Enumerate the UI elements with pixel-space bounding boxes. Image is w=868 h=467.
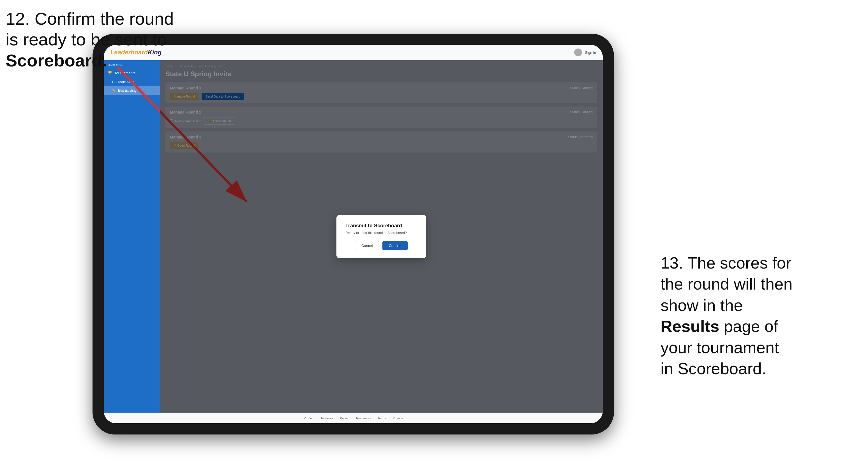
signin-link[interactable]: Sign in <box>585 51 596 55</box>
footer: Product Features Pricing Resources Terms… <box>104 413 603 423</box>
step13-annotation: 13. The scores for the round will then s… <box>660 252 857 379</box>
avatar <box>574 49 582 56</box>
main-content: Home › Tournaments › State U Spring Invi… <box>160 60 603 413</box>
footer-link-pricing[interactable]: Pricing <box>340 416 350 420</box>
transmit-modal: Transmit to Scoreboard Ready to send thi… <box>336 215 426 258</box>
sidebar-item-edit-existing[interactable]: ✏️ Edit Existing <box>104 86 160 95</box>
tablet-screen: LeaderboardKing Sign in MAIN MENU 🏆 Tour… <box>104 45 603 423</box>
sidebar-item-create-new[interactable]: + Create New <box>104 78 160 86</box>
sidebar-create-new-label: Create New <box>116 80 133 84</box>
modal-actions: Cancel Confirm <box>345 241 417 250</box>
footer-link-features[interactable]: Features <box>321 416 333 420</box>
tablet-device: LeaderboardKing Sign in MAIN MENU 🏆 Tour… <box>93 34 614 434</box>
sidebar-tournaments-label: Tournaments <box>114 71 135 75</box>
modal-subtitle: Ready to send this round to Scoreboard? <box>345 231 417 235</box>
topbar: LeaderboardKing Sign in <box>104 45 603 60</box>
content-area: MAIN MENU 🏆 Tournaments + Create New ✏️ … <box>104 60 603 413</box>
trophy-icon: 🏆 <box>108 71 112 75</box>
confirm-button[interactable]: Confirm <box>382 241 408 250</box>
footer-link-privacy[interactable]: Privacy <box>393 416 403 420</box>
edit-icon: ✏️ <box>112 89 116 93</box>
sidebar-edit-existing-label: Edit Existing <box>118 89 136 93</box>
plus-icon: + <box>112 80 114 84</box>
sidebar: MAIN MENU 🏆 Tournaments + Create New ✏️ … <box>104 60 160 413</box>
footer-link-resources[interactable]: Resources <box>356 416 371 420</box>
step12-annotation: 12. Confirm the round is ready to be sen… <box>6 8 174 71</box>
modal-title: Transmit to Scoreboard <box>345 223 417 229</box>
footer-link-product[interactable]: Product <box>304 416 314 420</box>
topbar-right: Sign in <box>574 49 596 56</box>
app-container: LeaderboardKing Sign in MAIN MENU 🏆 Tour… <box>104 45 603 423</box>
cancel-button[interactable]: Cancel <box>355 241 379 250</box>
footer-link-terms[interactable]: Terms <box>378 416 386 420</box>
modal-overlay: Transmit to Scoreboard Ready to send thi… <box>160 60 603 413</box>
